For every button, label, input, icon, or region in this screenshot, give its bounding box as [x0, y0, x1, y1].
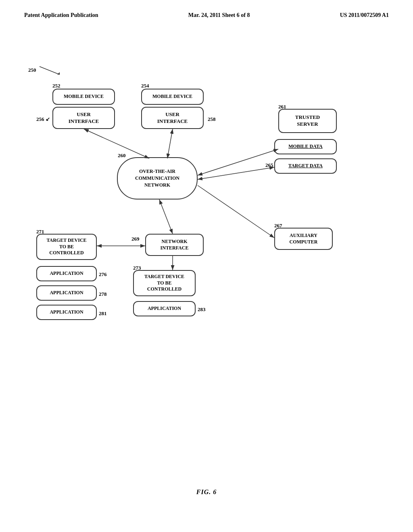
ref-260: 260 — [118, 152, 126, 159]
mobile-data-box: MOBILE DATA — [274, 139, 337, 154]
network-interface-box: NETWORK INTERFACE — [145, 234, 204, 256]
ref-267: 267 — [274, 222, 282, 229]
header-center: Mar. 24, 2011 Sheet 6 of 8 — [188, 12, 250, 19]
header-right: US 2011/0072509 A1 — [340, 12, 389, 19]
ref-258: 258 — [208, 116, 216, 123]
auxiliary-computer-box: AUXILIARY COMPUTER — [274, 228, 333, 250]
target-device-2-box: TARGET DEVICE TO BE CONTROLLED — [133, 270, 196, 296]
figure-label: FIG. 6 — [196, 488, 217, 496]
ota-network-box: OVER-THE-AIR COMMUNICATION NETWORK — [117, 157, 198, 200]
target-data-box: TARGET DATA — [274, 158, 337, 174]
ref-276: 276 — [99, 271, 107, 278]
ref-250-label: 250 — [28, 64, 62, 77]
application-2-box: APPLICATION — [36, 285, 97, 301]
ref-271: 271 — [36, 229, 44, 235]
mobile-device-2-box: MOBILE DEVICE — [141, 89, 204, 105]
page-header: Patent Application Publication Mar. 24, … — [0, 0, 413, 19]
ref-278: 278 — [99, 291, 107, 297]
ref-252: 252 — [52, 83, 60, 89]
svg-line-0 — [40, 66, 60, 75]
svg-line-8 — [159, 200, 173, 234]
svg-line-5 — [167, 129, 173, 158]
target-device-1-box: TARGET DEVICE TO BE CONTROLLED — [36, 234, 97, 260]
mobile-device-1-box: MOBILE DEVICE — [52, 89, 115, 105]
diagram-area: 250 MOBILE DEVICE 252 USER INTERFACE 256… — [24, 60, 387, 423]
trusted-server-box: TRUSTED SERVER — [278, 109, 337, 133]
application-3-box: APPLICATION — [36, 305, 97, 320]
svg-line-4 — [84, 129, 149, 158]
user-interface-2-box: USER INTERFACE — [141, 107, 204, 129]
ref-273: 273 — [133, 265, 141, 271]
application-1-box: APPLICATION — [36, 266, 97, 281]
ref-269: 269 — [131, 236, 140, 242]
ref-283: 283 — [198, 306, 206, 313]
svg-marker-1 — [57, 72, 60, 75]
ref-254: 254 — [141, 83, 149, 89]
application-4-box: APPLICATION — [133, 301, 196, 316]
ref-281: 281 — [99, 310, 107, 317]
ref-265: 265 — [265, 162, 273, 168]
user-interface-1-box: USER INTERFACE — [52, 107, 115, 129]
header-left: Patent Application Publication — [24, 12, 98, 19]
ref-256: 256 ↙ — [36, 116, 50, 123]
ref-261: 261 — [278, 104, 286, 110]
svg-line-7 — [198, 167, 274, 179]
svg-line-10 — [198, 185, 274, 238]
